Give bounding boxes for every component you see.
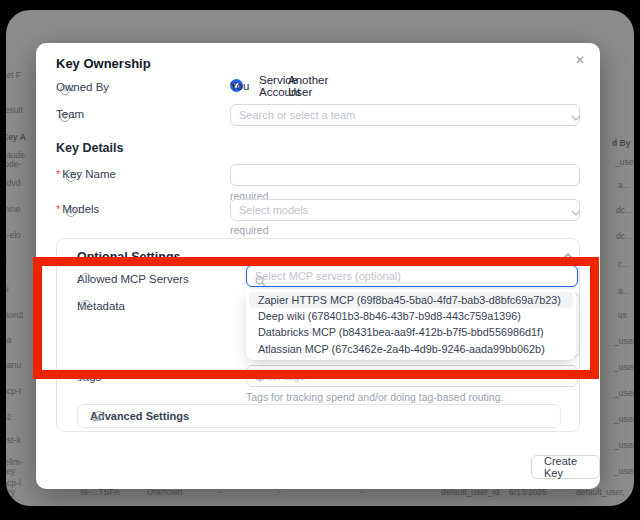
background-text-fragment: _user, bbox=[614, 336, 634, 346]
background-text-fragment: a... bbox=[618, 180, 630, 190]
advanced-settings-label: Advanced Settings bbox=[90, 410, 189, 422]
info-icon: i bbox=[81, 371, 91, 381]
background-text-fragment: ason2 bbox=[6, 310, 23, 320]
optional-settings-heading: Optional Settings bbox=[77, 250, 180, 264]
radio-you[interactable]: You bbox=[230, 79, 243, 92]
background-text-fragment: o2 bbox=[6, 412, 11, 422]
metadata-label: Metadatai: bbox=[77, 300, 80, 312]
create-key-button[interactable]: Create Key bbox=[531, 455, 600, 479]
owned-by-label: Owned Byi: bbox=[56, 81, 74, 95]
mcp-server-option[interactable]: Zapier HTTPS MCP (69f8ba45-5ba0-4fd7-bab… bbox=[249, 292, 573, 308]
key-name-label: *Key Namei: bbox=[56, 168, 80, 182]
modal-title: Key Ownership bbox=[56, 56, 151, 71]
tags-help-text: Tags for tracking spend and/or doing tag… bbox=[246, 391, 503, 403]
team-label-text: Team bbox=[56, 108, 84, 120]
background-text-fragment: _user, bbox=[614, 388, 634, 398]
models-required-hint: required bbox=[230, 224, 269, 236]
key-name-input[interactable] bbox=[230, 164, 580, 186]
mcp-server-option[interactable]: Deep wiki (678401b3-8b46-43b7-b9d8-443c7… bbox=[249, 308, 573, 324]
create-key-modal: Key Ownership ✕ Owned Byi: You Service A… bbox=[36, 43, 600, 489]
background-text-fragment: ni bbox=[6, 284, 9, 294]
background-text-fragment: dc... bbox=[616, 231, 632, 241]
advanced-settings-toggle[interactable]: Advanced Settings i bbox=[77, 404, 561, 428]
background-text-fragment: c... bbox=[618, 259, 629, 269]
background-text-fragment: result bbox=[6, 105, 23, 115]
owned-by-label-text: Owned By bbox=[56, 81, 109, 93]
background-text-fragment: ni-elo bbox=[6, 230, 21, 240]
background-text-fragment: Key A bbox=[6, 132, 26, 142]
background-text-fragment: a... bbox=[618, 286, 630, 296]
team-label: Teami: bbox=[56, 108, 74, 122]
team-placeholder: Search or select a team bbox=[239, 109, 571, 121]
background-text-fragment: mine bbox=[6, 204, 20, 214]
mcp-server-option[interactable]: Atlassian MCP (67c3462e-2a4b-4d9b-9246-a… bbox=[249, 341, 573, 357]
background-text-fragment: oa bbox=[6, 335, 11, 345]
mcp-servers-label: Allowed MCP Serversi: bbox=[77, 273, 80, 285]
close-icon[interactable]: ✕ bbox=[572, 53, 588, 69]
required-asterisk: * bbox=[56, 168, 60, 180]
info-icon: i bbox=[81, 273, 91, 283]
models-label: *Modelsi: bbox=[56, 203, 80, 217]
background-text-fragment: dc... bbox=[616, 205, 632, 215]
models-placeholder: Select models bbox=[239, 204, 571, 216]
radio-another-user[interactable]: Another User bbox=[288, 79, 301, 92]
models-select[interactable]: Select models bbox=[230, 199, 580, 221]
background-text-fragment: _user, bbox=[614, 466, 634, 476]
tags-label: Tagsi: bbox=[77, 371, 80, 383]
background-text-fragment: _user, bbox=[614, 362, 634, 372]
background-text-fragment: code- bbox=[6, 159, 21, 169]
background-text-fragment: us bbox=[618, 310, 627, 320]
background-text-fragment: d bbox=[6, 256, 7, 266]
tags-select[interactable]: Enter tags bbox=[246, 365, 578, 387]
team-select[interactable]: Search or select a team bbox=[230, 104, 580, 126]
mcp-servers-label-text: Allowed MCP Servers bbox=[77, 273, 189, 285]
background-text-fragment: ddvd bbox=[6, 178, 20, 188]
background-text-fragment: manu bbox=[6, 360, 21, 370]
radio-another-user-label: Another User bbox=[288, 74, 328, 98]
background-text-fragment: d By bbox=[612, 138, 630, 148]
background-text-fragment: key bbox=[6, 487, 15, 497]
optional-settings-panel: Optional Settings Allowed MCP Serversi: … bbox=[56, 238, 580, 432]
info-icon: i bbox=[81, 300, 91, 310]
background-text-fragment: key bbox=[6, 466, 15, 476]
background-text-fragment: _user, bbox=[615, 157, 634, 167]
background-text-fragment: _user, bbox=[614, 440, 634, 450]
mcp-servers-dropdown: Zapier HTTPS MCP (69f8ba45-5ba0-4fd7-bab… bbox=[246, 289, 576, 360]
background-text-fragment: set F bbox=[6, 70, 21, 80]
background-text-fragment: mcp-t bbox=[6, 386, 21, 396]
required-asterisk: * bbox=[56, 203, 60, 215]
dimmed-app-window: set FresultKey Aclaudecode-ddvdmineni-el… bbox=[6, 10, 634, 506]
mcp-servers-select[interactable]: Select MCP servers (optional) bbox=[246, 265, 578, 287]
background-text-fragment: _user, bbox=[614, 414, 634, 424]
key-details-heading: Key Details bbox=[56, 141, 123, 155]
owned-by-radio-group: You Service Account Another User bbox=[230, 79, 301, 92]
key-name-label-text: Key Name bbox=[62, 168, 116, 180]
mcp-servers-placeholder: Select MCP servers (optional) bbox=[255, 270, 401, 282]
mcp-server-option[interactable]: Databricks MCP (b8431bea-aa9f-412b-b7f5-… bbox=[249, 324, 573, 340]
models-label-text: Models bbox=[62, 203, 99, 215]
radio-you-label: You bbox=[230, 80, 249, 92]
background-text-fragment: test-k bbox=[6, 435, 21, 445]
radio-service-account[interactable]: Service Account bbox=[259, 79, 272, 92]
